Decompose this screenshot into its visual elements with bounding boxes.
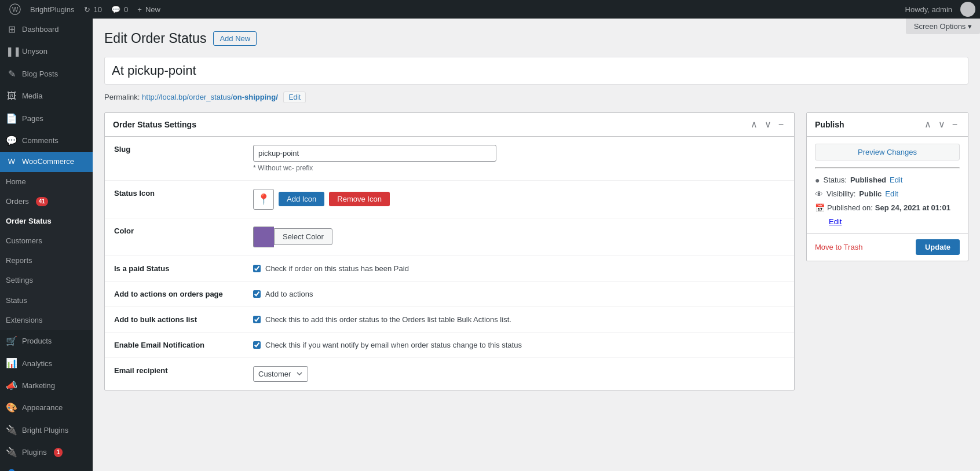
entry-title-input[interactable] — [104, 57, 968, 85]
actions-checkbox[interactable] — [253, 290, 261, 298]
submenu-settings-label: Settings — [6, 275, 33, 286]
comments-icon: 💬 — [6, 134, 17, 147]
paid-status-checkbox[interactable] — [253, 265, 261, 272]
dashboard-icon: ⊞ — [6, 23, 17, 36]
submenu-orders[interactable]: Orders41 — [0, 192, 93, 211]
sidebar-item-bright-plugins[interactable]: 🔌Bright Plugins — [0, 419, 93, 441]
slug-label: Slug — [114, 145, 130, 154]
submenu-home-label: Home — [6, 177, 26, 187]
unyson-icon: ❚❚ — [6, 45, 17, 58]
sidebar-item-dashboard[interactable]: ⊞Dashboard — [0, 19, 93, 41]
sidebar-item-marketing[interactable]: 📣Marketing — [0, 375, 93, 397]
add-new-button[interactable]: Add New — [213, 31, 257, 46]
updates-icon: ↻ — [84, 5, 90, 14]
email-notification-checkbox[interactable] — [253, 341, 261, 349]
permalink-slug: on-shipping/ — [233, 93, 278, 101]
comments-link[interactable]: 💬 0 — [107, 0, 133, 19]
visibility-value: Public — [859, 189, 882, 198]
site-name: BrightPlugins — [30, 5, 75, 14]
submenu-settings[interactable]: Settings — [0, 271, 93, 290]
comments-count: 0 — [124, 5, 128, 14]
submenu-status[interactable]: Status — [0, 291, 93, 311]
sidebar-item-woocommerce[interactable]: W WooCommerce Home Orders41 Order Status… — [0, 152, 93, 330]
users-icon: 👤 — [6, 468, 17, 471]
sidebar-item-comments[interactable]: 💬Comments — [0, 130, 93, 152]
bulk-actions-label: Add to bulk actions list — [114, 315, 197, 324]
submenu-reports[interactable]: Reports — [0, 251, 93, 271]
email-recipient-select[interactable]: Customer Admin Both — [253, 366, 308, 382]
publish-minimize-button[interactable]: − — [950, 119, 960, 130]
bulk-actions-checkbox[interactable] — [253, 316, 261, 323]
appearance-icon: 🎨 — [6, 401, 17, 414]
remove-icon-button[interactable]: Remove Icon — [329, 192, 390, 206]
comments-icon: 💬 — [111, 5, 120, 14]
submenu-home[interactable]: Home — [0, 172, 93, 192]
sidebar-item-unyson[interactable]: ❚❚Unyson — [0, 41, 93, 63]
postbox-collapse-up-button[interactable]: ∧ — [748, 119, 760, 130]
status-value: Published — [850, 176, 886, 184]
sidebar-item-blog-posts[interactable]: ✎Blog Posts — [0, 63, 93, 85]
new-content-link[interactable]: + New — [133, 0, 165, 19]
publish-collapse-down-button[interactable]: ∨ — [936, 119, 948, 130]
submenu-customers[interactable]: Customers — [0, 231, 93, 251]
publish-collapse-up-button[interactable]: ∧ — [922, 119, 934, 130]
updates-link[interactable]: ↻ 10 — [79, 0, 107, 19]
screen-options-label: Screen Options — [914, 22, 966, 31]
plugins-badge: 1 — [54, 448, 63, 457]
woocommerce-icon: W — [6, 156, 17, 167]
submenu-status-label: Status — [6, 295, 27, 306]
permalink-url-link[interactable]: http://local.bp/order_status/on-shipping… — [142, 93, 280, 101]
sidebar-label-products: Products — [22, 336, 52, 346]
sidebar-label-analytics: Analytics — [22, 359, 52, 369]
select-color-button[interactable]: Select Color — [274, 228, 332, 245]
email-notification-label: Enable Email Notification — [114, 341, 204, 349]
add-icon-button[interactable]: Add Icon — [279, 192, 324, 206]
sidebar-label-marketing: Marketing — [22, 381, 55, 391]
published-edit-link[interactable]: Edit — [829, 217, 842, 226]
publish-title: Publish — [815, 120, 844, 129]
move-to-trash-link[interactable]: Move to Trash — [815, 243, 862, 251]
sidebar-label-plugins: Plugins — [22, 447, 47, 458]
submenu-customers-label: Customers — [6, 236, 42, 246]
svg-text:W: W — [12, 6, 19, 13]
sidebar-item-media[interactable]: 🖼Media — [0, 85, 93, 107]
preview-changes-button[interactable]: Preview Changes — [815, 144, 960, 160]
postbox-collapse-down-button[interactable]: ∨ — [762, 119, 774, 130]
submenu-extensions[interactable]: Extensions — [0, 311, 93, 330]
color-swatch[interactable] — [253, 227, 274, 247]
sidebar-label-media: Media — [22, 91, 42, 101]
sidebar-label-unyson: Unyson — [22, 46, 47, 57]
sidebar-item-products[interactable]: 🛒Products — [0, 330, 93, 352]
submenu-order-status[interactable]: Order Status — [0, 211, 93, 231]
site-name-link[interactable]: BrightPlugins — [25, 0, 79, 19]
sidebar-item-appearance[interactable]: 🎨Appearance — [0, 397, 93, 419]
new-label: New — [145, 5, 160, 14]
slug-hint: * Without wc- prefix — [253, 164, 785, 172]
plugins-icon: 🔌 — [6, 446, 17, 459]
icon-preview-char: 📍 — [257, 193, 270, 206]
update-button[interactable]: Update — [916, 239, 960, 255]
sidebar-item-analytics[interactable]: 📊Analytics — [0, 352, 93, 374]
actions-label: Add to actions on orders page — [114, 290, 223, 298]
permalink-url: http://local.bp/order_status/ — [142, 93, 233, 101]
postbox-minimize-button[interactable]: − — [776, 119, 786, 130]
wp-logo[interactable]: W — [5, 0, 25, 19]
permalink-edit-button[interactable]: Edit — [283, 92, 306, 103]
sidebar-label-appearance: Appearance — [22, 403, 63, 413]
sidebar-item-users[interactable]: 👤Users — [0, 463, 93, 471]
color-row: Color Select Color — [105, 218, 794, 255]
sidebar-item-pages[interactable]: 📄Pages — [0, 108, 93, 130]
products-icon: 🛒 — [6, 335, 17, 348]
howdy-text: Howdy, admin — [905, 5, 957, 14]
pages-icon: 📄 — [6, 112, 17, 125]
status-edit-link[interactable]: Edit — [890, 176, 902, 184]
screen-options-button[interactable]: Screen Options ▾ — [906, 19, 980, 34]
sidebar-item-plugins[interactable]: 🔌Plugins1 — [0, 441, 93, 463]
paid-status-label: Is a paid Status — [114, 264, 169, 273]
slug-input[interactable] — [253, 145, 496, 162]
visibility-icon: 👁 — [815, 189, 823, 199]
slug-row: Slug * Without wc- prefix — [105, 137, 794, 181]
visibility-edit-link[interactable]: Edit — [885, 189, 898, 198]
visibility-label: Visibility: — [827, 189, 855, 198]
publish-box: Publish ∧ ∨ − Preview Changes ● — [806, 112, 968, 261]
